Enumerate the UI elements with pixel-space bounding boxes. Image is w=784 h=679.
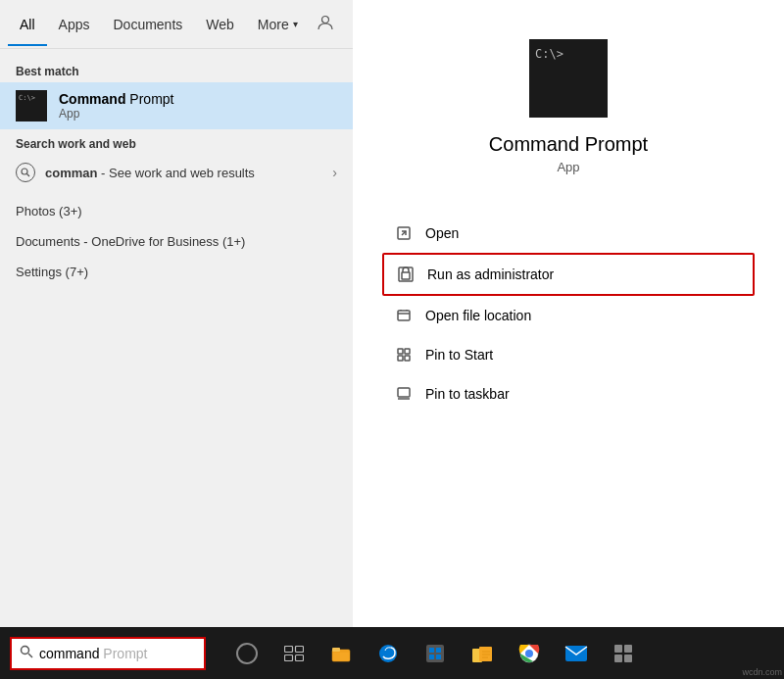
file-location-icon: [394, 306, 414, 325]
search-work-web-section: Search work and web comman - See work an…: [0, 129, 353, 196]
app-title: Command Prompt: [489, 133, 648, 156]
tabs-bar: All Apps Documents Web More ▾ ···: [0, 0, 353, 49]
result-photos[interactable]: Photos (3+): [0, 196, 353, 226]
file-manager-icon: [471, 644, 493, 663]
tab-web[interactable]: Web: [194, 3, 246, 46]
result-documents[interactable]: Documents - OneDrive for Business (1+): [0, 226, 353, 257]
taskbar: command Prompt: [0, 627, 784, 679]
svg-rect-8: [398, 349, 403, 354]
search-box-icon: [20, 645, 33, 661]
svg-rect-38: [624, 655, 632, 662]
action-pin-start-label: Pin to Start: [425, 347, 493, 363]
watermark: wcdn.com: [742, 667, 782, 677]
svg-rect-28: [479, 647, 492, 661]
svg-rect-10: [398, 356, 403, 361]
search-placeholder: Prompt: [99, 646, 147, 661]
store-icon: [424, 643, 446, 664]
file-explorer-icon: [330, 644, 352, 663]
results-list: Best match Command Prompt App Search wor…: [0, 49, 353, 627]
chevron-right-icon: ›: [332, 165, 337, 180]
search-panel: All Apps Documents Web More ▾ ··· Best m…: [0, 0, 353, 627]
svg-rect-18: [296, 655, 304, 660]
cmd-app-icon: [16, 90, 47, 121]
action-file-location[interactable]: Open file location: [382, 296, 755, 335]
action-list: Open Run as administrator: [353, 214, 784, 413]
app-detail: Command Prompt App: [353, 0, 784, 194]
edge-button[interactable]: [367, 632, 410, 675]
file-manager-button[interactable]: [461, 632, 504, 675]
chrome-button[interactable]: [508, 632, 551, 675]
action-admin-label: Run as administrator: [427, 267, 554, 282]
taskbar-icons: [225, 632, 645, 675]
action-open-label: Open: [425, 225, 459, 241]
file-explorer-button[interactable]: [319, 632, 363, 675]
svg-rect-9: [405, 349, 410, 354]
svg-point-13: [22, 647, 29, 655]
admin-icon: [396, 265, 416, 284]
search-typed: command: [39, 646, 99, 661]
result-name: Command Prompt: [59, 91, 337, 107]
more-taskbar-apps-button[interactable]: [602, 632, 645, 675]
action-file-location-label: Open file location: [425, 308, 531, 323]
search-bold: comman: [45, 166, 97, 180]
svg-point-33: [525, 650, 533, 657]
search-rest: - See work and web results: [97, 166, 254, 180]
action-pin-start[interactable]: Pin to Start: [382, 335, 755, 374]
result-name-bold: Command: [59, 91, 125, 107]
svg-rect-17: [285, 655, 293, 660]
search-box[interactable]: command Prompt: [10, 637, 206, 670]
svg-line-14: [28, 654, 32, 657]
pin-taskbar-icon: [394, 384, 414, 404]
result-type: App: [59, 107, 337, 121]
svg-rect-20: [332, 648, 340, 652]
pin-start-icon: [394, 345, 414, 364]
svg-rect-36: [624, 645, 632, 653]
cortana-icon: [236, 643, 258, 664]
app-subtitle: App: [557, 160, 579, 174]
svg-rect-12: [398, 388, 410, 397]
task-view-button[interactable]: [272, 632, 316, 675]
action-run-admin[interactable]: Run as administrator: [382, 253, 755, 296]
mail-button[interactable]: [555, 632, 598, 675]
action-pin-taskbar[interactable]: Pin to taskbar: [382, 374, 755, 413]
svg-rect-34: [565, 646, 587, 661]
best-match-label: Best match: [0, 57, 353, 82]
tab-all[interactable]: All: [8, 3, 47, 46]
svg-rect-24: [436, 648, 441, 653]
svg-line-2: [27, 174, 30, 177]
cortana-button[interactable]: [225, 632, 269, 675]
account-icon[interactable]: [310, 7, 341, 42]
edge-icon: [377, 643, 399, 664]
result-name-rest: Prompt: [125, 91, 173, 107]
search-web-label: Search work and web: [16, 137, 337, 151]
tab-more[interactable]: More ▾: [246, 3, 310, 46]
svg-rect-16: [296, 646, 304, 652]
search-web-icon: [16, 163, 35, 182]
task-view-icon: [284, 646, 304, 661]
mail-icon: [564, 645, 588, 662]
svg-rect-23: [429, 648, 434, 653]
app-big-icon: [529, 39, 608, 118]
svg-rect-11: [405, 356, 410, 361]
result-settings[interactable]: Settings (7+): [0, 257, 353, 287]
svg-rect-37: [614, 655, 622, 662]
svg-rect-6: [402, 272, 410, 279]
tab-apps[interactable]: Apps: [47, 3, 102, 46]
svg-rect-22: [426, 645, 444, 662]
chevron-down-icon: ▾: [293, 19, 298, 29]
svg-rect-15: [285, 646, 293, 652]
tab-documents[interactable]: Documents: [101, 3, 194, 46]
chrome-icon: [518, 643, 540, 664]
svg-rect-7: [398, 311, 410, 320]
detail-panel: Command Prompt App Open: [353, 0, 784, 627]
svg-point-0: [321, 16, 328, 23]
result-command-prompt[interactable]: Command Prompt App: [0, 82, 353, 129]
svg-rect-26: [436, 655, 441, 659]
action-pin-taskbar-label: Pin to taskbar: [425, 386, 510, 402]
store-button[interactable]: [414, 632, 457, 675]
more-taskbar-icon: [613, 644, 633, 663]
svg-rect-35: [614, 645, 622, 653]
action-open[interactable]: Open: [382, 214, 755, 253]
search-web-item[interactable]: comman - See work and web results ›: [16, 157, 337, 188]
open-icon: [394, 223, 414, 243]
